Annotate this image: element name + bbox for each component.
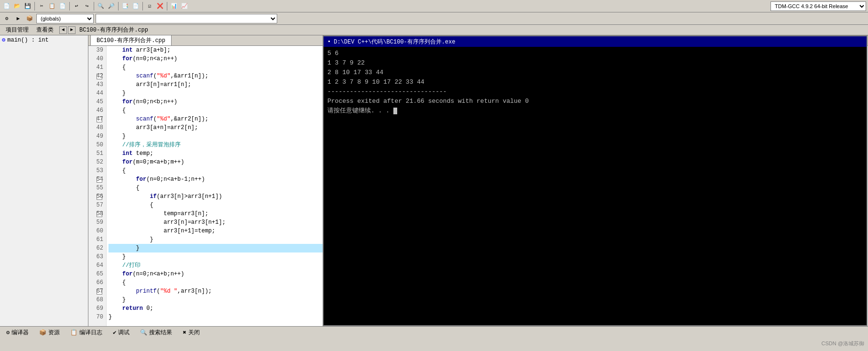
status-debug[interactable]: ✔ 调试 — [108, 327, 134, 338]
line-number-57: 57 - — [88, 201, 106, 209]
terminal-line-2: 2 8 10 17 33 44 — [327, 68, 863, 77]
status-close[interactable]: ✖ 关闭 — [178, 327, 204, 338]
status-compiler[interactable]: ⚙ 编译器 — [2, 327, 33, 338]
nav-next-btn[interactable]: ► — [68, 26, 76, 34]
line-number-66: 66 - — [88, 278, 106, 287]
function-icon: ⚙ — [2, 36, 5, 44]
line-number-54: 54 — [88, 175, 106, 184]
status-search[interactable]: 🔍 搜索结果 — [136, 327, 176, 338]
toolbar-build2[interactable]: ▶ — [13, 14, 23, 23]
compile-log-icon: 📋 — [70, 329, 77, 336]
toolbar-new[interactable]: 📄 — [2, 1, 11, 11]
search-icon: 🔍 — [140, 329, 147, 336]
toolbar-cut[interactable]: ✂ — [37, 1, 46, 11]
line-number-56: 56 — [88, 192, 106, 201]
toolbar-redo[interactable]: ↪ — [82, 1, 92, 11]
statusbar: ⚙ 编译器 📦 资源 📋 编译日志 ✔ 调试 🔍 搜索结果 ✖ 关闭 — [0, 326, 868, 339]
main-layout: ⚙ main() : int BC100-有序序列合并.cpp 394041 -… — [0, 35, 868, 326]
nav-buttons: ◄ ► — [59, 26, 76, 34]
line-number-70: 70 — [88, 313, 106, 321]
toolbar-unindent[interactable]: 📄 — [131, 1, 141, 11]
toolbar-replace[interactable]: 🔎 — [107, 1, 116, 11]
terminal-line-0: 5 6 — [327, 49, 863, 58]
nav-prev-btn[interactable]: ◄ — [59, 26, 67, 34]
toolbar-open[interactable]: 📂 — [12, 1, 22, 11]
menu-view-class[interactable]: 查看类 — [33, 25, 57, 35]
status-search-label: 搜索结果 — [149, 329, 172, 337]
sidebar-item-main[interactable]: ⚙ main() : int — [0, 35, 88, 44]
line-number-39: 39 — [88, 46, 106, 55]
status-resources-label: 资源 — [48, 329, 60, 337]
line-number-58: 58 — [88, 209, 106, 218]
toolbar-cross[interactable]: ❌ — [155, 1, 165, 11]
toolbar-build1[interactable]: ⚙ — [2, 14, 11, 23]
sep2 — [69, 2, 70, 11]
status-resources[interactable]: 📦 资源 — [35, 327, 64, 338]
toolbar-find[interactable]: 🔍 — [96, 1, 106, 11]
line-number-60: 60 — [88, 227, 106, 235]
line-number-51: 51 — [88, 149, 106, 158]
toolbar-check[interactable]: ☑ — [145, 1, 154, 11]
line-numbers: 394041 -4243444546 -47484950515253 -5455… — [88, 46, 107, 326]
sep3 — [94, 2, 94, 11]
line-number-44: 44 — [88, 89, 106, 98]
terminal-line-7: 请按任意键继续. . . — [327, 106, 863, 116]
terminal-line-3: 1 2 3 7 8 9 10 17 22 33 44 — [327, 77, 863, 87]
terminal-line-4: -------------------------------- — [327, 87, 863, 97]
line-number-68: 68 — [88, 296, 106, 304]
sep4 — [118, 2, 119, 11]
line-number-41: 41 - — [88, 63, 106, 72]
sep5 — [142, 2, 143, 11]
toolbar-chart1[interactable]: 📊 — [169, 1, 179, 11]
terminal-window[interactable]: ▪ D:\DEV C++\代码\BC100-有序序列合并.exe 5 61 3 … — [323, 35, 868, 326]
status-debug-label: 调试 — [118, 329, 130, 337]
line-number-67: 67 — [88, 287, 106, 296]
toolbar-build3[interactable]: 📦 — [25, 14, 34, 23]
close-icon: ✖ — [183, 329, 186, 336]
menu-project-mgr[interactable]: 项目管理 — [2, 25, 33, 35]
status-close-label: 关闭 — [188, 329, 200, 337]
editor-area: BC100-有序序列合并.cpp 394041 -4243444546 -474… — [88, 35, 868, 326]
line-number-53: 53 - — [88, 166, 106, 175]
toolbar-paste[interactable]: 📄 — [58, 1, 67, 11]
sep6 — [167, 2, 167, 11]
terminal-cursor — [393, 108, 397, 114]
line-number-62: 62 — [88, 244, 106, 252]
sidebar-item-label: main() : int — [7, 37, 48, 44]
line-number-63: 63 — [88, 252, 106, 261]
status-compile-log-label: 编译日志 — [79, 329, 102, 337]
line-number-42: 42 — [88, 72, 106, 80]
line-number-40: 40 — [88, 55, 106, 63]
toolbar-copy[interactable]: 📋 — [47, 1, 57, 11]
line-number-64: 64 — [88, 261, 106, 270]
toolbar-chart2[interactable]: 📈 — [180, 1, 189, 11]
terminal-line-1: 1 3 7 9 22 — [327, 58, 863, 68]
status-compiler-label: 编译器 — [11, 329, 29, 337]
line-number-46: 46 - — [88, 106, 106, 115]
line-number-65: 65 — [88, 270, 106, 278]
line-number-47: 47 — [88, 115, 106, 123]
resources-icon: 📦 — [39, 329, 46, 336]
compiler-icon: ⚙ — [6, 329, 10, 336]
terminal-titlebar: ▪ D:\DEV C++\代码\BC100-有序序列合并.exe — [324, 36, 867, 47]
line-number-45: 45 — [88, 98, 106, 106]
globals-dropdown[interactable]: (globals) — [36, 14, 94, 23]
watermark: CSDN @洛城苏御 — [822, 340, 864, 347]
compiler-select[interactable]: TDM-GCC 4.9.2 64-bit Release — [770, 1, 866, 11]
toolbar-top: 📄 📂 💾 ✂ 📋 📄 ↩ ↪ 🔍 🔎 📑 📄 ☑ ❌ 📊 📈 TDM-GCC … — [0, 0, 868, 12]
status-compile-log[interactable]: 📋 编译日志 — [66, 327, 107, 338]
line-number-48: 48 — [88, 123, 106, 132]
line-number-52: 52 — [88, 158, 106, 166]
sep1 — [34, 2, 35, 11]
terminal-line-6: Process exited after 21.66 seconds with … — [327, 97, 863, 106]
toolbar-indent[interactable]: 📑 — [120, 1, 130, 11]
terminal-title-icon: ▪ — [327, 38, 331, 45]
breadcrumb: BC100-有序序列合并.cpp — [79, 26, 148, 34]
tab-main-file[interactable]: BC100-有序序列合并.cpp — [90, 35, 172, 45]
toolbar-undo[interactable]: ↩ — [72, 1, 81, 11]
toolbar-save[interactable]: 💾 — [23, 1, 33, 11]
menubar: 项目管理 查看类 ◄ ► BC100-有序序列合并.cpp — [0, 25, 868, 35]
function-dropdown[interactable] — [96, 14, 277, 23]
sidebar: ⚙ main() : int — [0, 35, 88, 326]
toolbar-second: ⚙ ▶ 📦 (globals) — [0, 12, 868, 25]
